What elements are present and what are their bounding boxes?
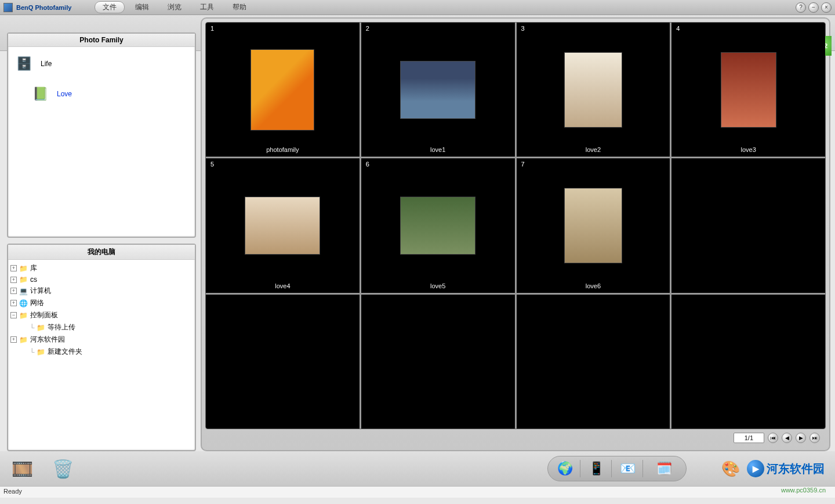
film-roll-icon[interactable]: 🎞️ [10, 457, 34, 480]
tree-item-love[interactable]: 📗 Love [15, 84, 188, 104]
expand-icon[interactable]: + [10, 336, 17, 343]
album-book-icon: 📗 [31, 86, 49, 101]
thumbnail-cell[interactable]: 2 love1 [361, 23, 515, 157]
watermark-url: www.pc0359.cn [781, 487, 826, 494]
fs-item[interactable]: └📁新建文件夹 [10, 346, 193, 358]
device-icon[interactable]: 📱 [591, 460, 612, 477]
thumb-caption: love3 [740, 146, 756, 153]
close-button[interactable]: × [821, 2, 832, 13]
computer-tree: +📁库 +📁cs +💻计算机 +🌐网络 −📁控制面板 └📁等待上传 +📁河东软件… [8, 260, 195, 360]
fs-item[interactable]: −📁控制面板 [10, 309, 193, 321]
computer-panel: 我的电脑 +📁库 +📁cs +💻计算机 +🌐网络 −📁控制面板 └📁等待上传 +… [7, 244, 196, 451]
computer-icon: 💻 [19, 287, 28, 295]
watermark-text: 河东软件园 [767, 461, 825, 477]
thumb-caption: love4 [275, 282, 290, 289]
thumbnail-cell[interactable]: 1 photofamily [206, 23, 360, 157]
page-last-button[interactable]: ⏭ [809, 433, 820, 443]
mail-icon[interactable]: 📧 [622, 460, 643, 477]
thumb-image [564, 188, 622, 263]
title-bar: BenQ Photofamily 文件 编辑 浏览 工具 帮助 ? − × [0, 0, 835, 15]
menu-edit[interactable]: 编辑 [127, 1, 157, 13]
watermark: ▶ 河东软件园 [747, 460, 825, 477]
menu-file[interactable]: 文件 [95, 1, 125, 13]
bottom-bar: 🎞️ 🗑️ 🌍 📱 📧 🗓️ 🎨 ▶ 河东软件园 www.pc0359.cn [0, 451, 835, 486]
thumbnail-cell-empty [361, 295, 515, 429]
main-area: Photo Family 🗄️ Life 📗 Love 我的电脑 +📁库 +📁c… [0, 51, 835, 451]
trash-icon[interactable]: 🗑️ [51, 457, 74, 480]
menu-help[interactable]: 帮助 [224, 1, 255, 13]
help-button[interactable]: ? [796, 2, 806, 13]
thumb-number: 6 [366, 161, 369, 168]
menu-tools[interactable]: 工具 [192, 1, 222, 13]
page-first-button[interactable]: ⏮ [768, 433, 778, 443]
album-tree: 🗄️ Life 📗 Love [8, 47, 195, 111]
fs-label: 新建文件夹 [48, 347, 82, 357]
folder-icon: 📁 [19, 336, 28, 344]
expand-icon[interactable]: + [10, 288, 17, 294]
expand-icon[interactable]: − [10, 312, 17, 318]
left-column: Photo Family 🗄️ Life 📗 Love 我的电脑 +📁库 +📁c… [7, 51, 196, 451]
thumb-number: 7 [521, 161, 525, 168]
watermark-badge-icon: ▶ [747, 460, 764, 477]
thumbnail-cell-empty [671, 295, 825, 429]
expand-icon[interactable]: + [10, 265, 17, 271]
page-next-button[interactable]: ▶ [796, 433, 806, 443]
fs-label: 控制面板 [30, 310, 58, 320]
status-bar: Ready [0, 486, 835, 498]
fs-label: cs [30, 275, 37, 284]
thumb-image [400, 197, 475, 255]
control-panel-icon: 📁 [19, 311, 28, 320]
thumbnail-grid: 1 photofamily 2 love1 3 love2 4 [205, 22, 826, 429]
network-icon: 🌐 [19, 299, 28, 307]
app-icon [3, 3, 13, 12]
thumbnail-cell[interactable]: 4 love3 [671, 23, 825, 157]
thumbnail-cell-empty [206, 295, 360, 429]
publish-toolbar: 🌍 📱 📧 🗓️ [547, 456, 687, 481]
fs-label: 河东软件园 [30, 335, 65, 345]
web-icon[interactable]: 🌍 [560, 460, 580, 477]
thumb-image [564, 52, 622, 128]
thumb-number: 4 [676, 25, 680, 32]
minimize-button[interactable]: − [808, 2, 819, 13]
tree-line [20, 324, 26, 331]
fs-label: 计算机 [30, 286, 51, 296]
tree-item-label: Love [57, 90, 72, 98]
thumbnail-cell-empty [517, 295, 670, 429]
fs-item[interactable]: +📁库 [10, 262, 193, 274]
folder-icon: 📁 [19, 264, 28, 273]
fs-item[interactable]: +💻计算机 [10, 285, 193, 297]
app-title: BenQ Photofamily [16, 4, 71, 11]
expand-icon[interactable]: + [10, 277, 17, 283]
main-menu: 文件 编辑 浏览 工具 帮助 [95, 1, 255, 13]
album-panel: Photo Family 🗄️ Life 📗 Love [7, 32, 196, 238]
tree-line: └ [28, 348, 36, 356]
expand-icon[interactable]: + [10, 300, 17, 306]
thumb-caption: love5 [430, 282, 445, 289]
fs-label: 网络 [30, 298, 44, 308]
fs-item[interactable]: +📁河东软件园 [10, 333, 193, 346]
thumbnail-cell-empty [671, 158, 825, 292]
thumb-number: 2 [366, 25, 369, 32]
thumbnail-cell[interactable]: 7 love6 [517, 158, 670, 292]
thumb-number: 3 [521, 25, 525, 32]
content-panel: 32 1 photofamily 2 love1 3 love2 [201, 17, 830, 451]
window-controls: ? − × [796, 2, 832, 13]
page-prev-button[interactable]: ◀ [782, 433, 792, 443]
fs-item[interactable]: +🌐网络 [10, 297, 193, 309]
fs-item[interactable]: └📁等待上传 [10, 321, 193, 333]
tree-root-label: Life [41, 60, 52, 68]
folder-icon: 📁 [36, 348, 45, 356]
thumbnail-cell[interactable]: 3 love2 [517, 23, 670, 157]
tree-line: └ [28, 324, 36, 332]
thumb-caption: love2 [586, 146, 601, 153]
thumb-caption: love1 [430, 146, 445, 153]
tree-root-life[interactable]: 🗄️ Life [15, 54, 188, 74]
fs-label: 等待上传 [48, 322, 75, 332]
thumb-caption: love6 [586, 282, 601, 289]
thumbnail-cell[interactable]: 6 love5 [361, 158, 515, 292]
thumbnail-cell[interactable]: 5 love4 [206, 158, 360, 292]
menu-view[interactable]: 浏览 [159, 1, 190, 13]
grid-icon[interactable]: 🗓️ [654, 460, 674, 477]
palette-icon[interactable]: 🎨 [721, 460, 740, 478]
fs-item[interactable]: +📁cs [10, 274, 193, 285]
